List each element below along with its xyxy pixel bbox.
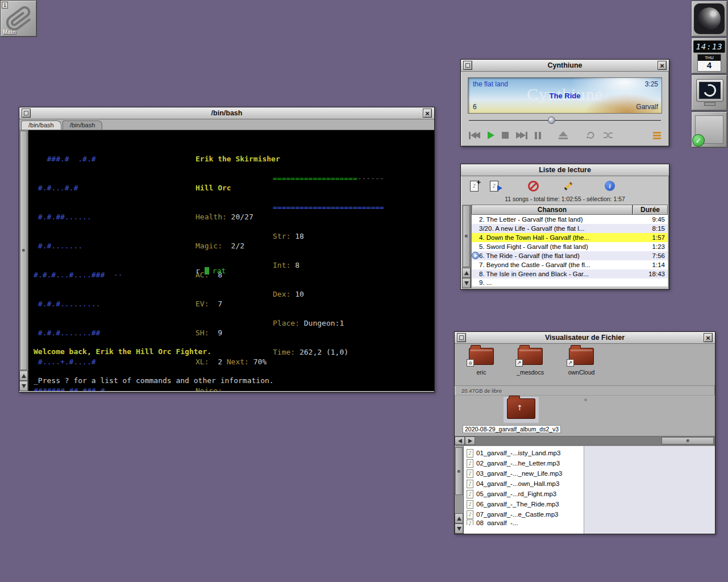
horizontal-scrollbar-knob[interactable]	[662, 437, 714, 444]
dock-tile-clock[interactable]: 14:13 THU 4 AUG	[691, 38, 727, 74]
filelist-scrollbar[interactable]	[455, 446, 464, 534]
selected-folder-icon[interactable]: ↑	[507, 398, 535, 419]
file-row[interactable]: ♪06_garvalf_-_The_Ride.mp3	[464, 499, 584, 509]
monitor-stand	[704, 102, 715, 106]
song-duration: 9:45	[635, 216, 668, 223]
column-resize-handle[interactable]	[584, 398, 587, 401]
filelist-scrollbar-knob[interactable]	[455, 447, 463, 495]
cynthiune-titlebar[interactable]: Cynthiune ×	[461, 60, 669, 72]
close-button[interactable]: ×	[423, 109, 432, 118]
tab-bash-2[interactable]: /bin/bash	[63, 120, 103, 130]
shelf-folder-owncloud[interactable]: ↗ ownCloud	[559, 348, 604, 376]
scroll-left-button[interactable]	[455, 436, 465, 445]
playlist-row[interactable]: 5. Sword Fight - Garvalf (the flat land)…	[472, 242, 668, 251]
song-title: 5. Sword Fight - Garvalf (the flat land)	[472, 243, 635, 250]
dex-value: 10	[295, 290, 304, 298]
remove-song-button[interactable]	[528, 181, 539, 192]
save-playlist-button[interactable]: ♪	[490, 181, 498, 192]
playlist-scrollbar-knob[interactable]	[463, 205, 470, 267]
up-arrow-icon: ↑	[517, 404, 523, 412]
horizontal-scrollbar[interactable]	[455, 436, 715, 446]
miniaturize-button[interactable]	[457, 333, 466, 342]
scroll-right-button[interactable]	[465, 436, 475, 445]
miniaturize-icon	[459, 335, 464, 340]
terminal-titlebar[interactable]: /bin/bash ×	[19, 107, 434, 119]
selected-folder-name[interactable]: 2020-08-29_garvalf_album_ds2_v3	[463, 425, 561, 433]
shuffle-button[interactable]	[603, 131, 613, 139]
scroll-up-button[interactable]	[455, 513, 463, 523]
message-line: Welcome back, Erik the Hill Orc Fighter.	[34, 347, 318, 356]
fileviewer-shelf: ⌂ eric ↗ _mesdocs ↗ ownCloud	[455, 344, 715, 386]
edit-button[interactable]	[564, 182, 573, 190]
next-track-button[interactable]	[516, 132, 527, 139]
seek-slider-knob[interactable]	[548, 117, 555, 124]
tab-bash-1[interactable]: /bin/bash	[21, 120, 61, 130]
playlist-row[interactable]: 8. The Isle in Green and Black - Gar...1…	[472, 269, 668, 278]
scroll-down-button[interactable]	[462, 278, 471, 288]
scroll-up-button[interactable]	[462, 268, 471, 278]
map-line: #.#.#...#....### ··	[34, 270, 123, 280]
audio-file-icon: ♪	[467, 469, 473, 478]
playlist-row[interactable]: 2. The Letter - Garvalf (the flat land)9…	[472, 215, 668, 224]
file-row[interactable]: ♪07_garvalf_-...e_Castle.mp3	[464, 509, 584, 519]
map-line: ###.# .#.#	[34, 154, 123, 164]
shelf-folder-mesdocs[interactable]: ↗ _mesdocs	[508, 348, 552, 376]
stop-button[interactable]	[502, 132, 509, 139]
playlist-row[interactable]: 7. Beyond the Castle - Garvalf (the fl..…	[472, 260, 668, 269]
dock-tile-app[interactable]: ✓	[691, 111, 727, 148]
scrollbar-track[interactable]	[475, 436, 715, 445]
monitor-icon	[696, 79, 723, 102]
song-duration: 18:43	[635, 271, 668, 277]
clock-day: 4	[707, 61, 712, 70]
dock-tile-windowmaker[interactable]	[691, 1, 727, 37]
scroll-down-button[interactable]	[455, 523, 463, 534]
clock-month: AUG	[704, 70, 714, 72]
place-value: Dungeon:1	[304, 319, 344, 327]
file-name: 03_garvalf_-..._new_Life.mp3	[476, 470, 563, 477]
pause-icon	[535, 132, 541, 139]
info-button[interactable]: i	[605, 181, 615, 191]
scroll-down-button[interactable]	[19, 381, 28, 391]
file-row[interactable]: ♪08_garvalf_-...	[464, 519, 584, 525]
terminal-screen[interactable]: ###.# .#.# #.#...#.# #.#.##...... #.#...…	[28, 130, 434, 391]
dock-tile-gnustep[interactable]	[691, 74, 727, 111]
playlist-scrollbar[interactable]	[462, 205, 471, 288]
column-header-song[interactable]: Chanson	[472, 205, 633, 215]
previous-track-button[interactable]	[469, 132, 480, 139]
scroll-up-button[interactable]	[19, 371, 28, 381]
play-button[interactable]	[488, 131, 494, 139]
seek-slider[interactable]	[469, 117, 661, 124]
playlist-row-playing[interactable]: 6. The Ride - Garvalf (the flat land)7:5…	[472, 251, 668, 260]
eject-button[interactable]	[559, 131, 568, 139]
file-row[interactable]: ♪05_garvalf_-...rd_Fight.mp3	[464, 489, 584, 499]
monster-list: rrat	[195, 266, 226, 276]
close-button[interactable]: ×	[704, 333, 713, 342]
playlist-button[interactable]	[653, 132, 661, 139]
song-duration: 1:23	[635, 243, 668, 250]
workspace-pager[interactable]: 1 Main	[0, 0, 37, 37]
playlist-row[interactable]: 9. ...	[472, 278, 668, 286]
playlist-row-selected[interactable]: 4. Down the Town Hall - Garvalf (the...1…	[472, 233, 668, 242]
terminal-scrollbar-knob[interactable]	[20, 131, 27, 370]
close-button[interactable]: ×	[658, 61, 667, 70]
file-row[interactable]: ♪03_garvalf_-..._new_Life.mp3	[464, 468, 584, 479]
repeat-button[interactable]	[585, 131, 596, 139]
playlist-titlebar[interactable]: Liste de lecture	[461, 164, 669, 176]
file-row[interactable]: ♪04_garvalf_-...own_Hall.mp3	[464, 479, 584, 489]
playlist-row[interactable]: 3/20. A new Life - Garvalf (the flat l..…	[472, 224, 668, 233]
pause-button[interactable]	[535, 132, 541, 139]
shortcut-badge-icon: ↗	[515, 359, 523, 367]
miniaturize-button[interactable]	[463, 61, 472, 70]
add-song-button[interactable]: ♪+	[470, 181, 479, 192]
free-space-label: 20.47GB de libre	[455, 386, 715, 395]
fileviewer-titlebar[interactable]: Visualisateur de Fichier ×	[455, 332, 715, 344]
playlist-table: Chanson Durée 2. The Letter - Garvalf (t…	[462, 205, 668, 288]
file-row[interactable]: ♪01_garvalf_-...isty_Land.mp3	[464, 448, 584, 458]
miniaturize-button[interactable]	[22, 109, 31, 118]
folder-icon: ↗	[569, 348, 594, 365]
shelf-folder-eric[interactable]: ⌂ eric	[459, 348, 504, 376]
file-row[interactable]: ♪02_garvalf_-...he_Letter.mp3	[464, 458, 584, 468]
track-title: The Ride	[468, 92, 662, 100]
column-header-duration[interactable]: Durée	[633, 205, 668, 215]
terminal-scrollbar[interactable]	[19, 130, 28, 391]
